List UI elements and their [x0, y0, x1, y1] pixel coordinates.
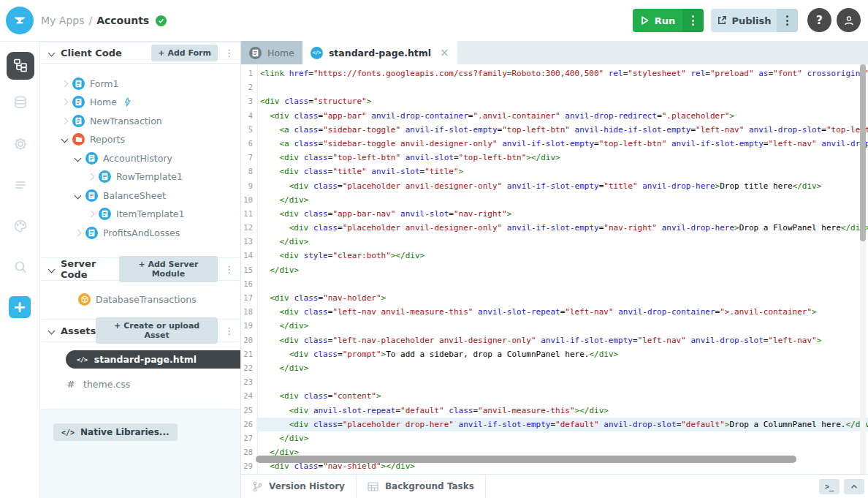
chevron-right-icon[interactable] — [75, 229, 82, 236]
code-text: <a class="sidebar-toggle" anvil-if-slot-… — [256, 123, 868, 137]
tree-item-Home[interactable]: Home — [40, 93, 240, 111]
code-line-22[interactable]: 22 </div> — [241, 361, 868, 375]
expand-panel-button[interactable] — [844, 479, 864, 494]
tree-item-AccountHistory[interactable]: AccountHistory — [40, 149, 240, 167]
rail-outline-icon[interactable] — [7, 171, 34, 199]
publish-button[interactable]: Publish — [711, 9, 798, 32]
kebab-icon[interactable]: ⋮ — [224, 48, 234, 58]
code-line-18[interactable]: 18 <div class="left-nav anvil-measure-th… — [241, 305, 868, 319]
chevron-down-icon[interactable] — [75, 192, 82, 199]
chevron-down-icon[interactable] — [48, 49, 56, 56]
code-line-12[interactable]: 12 <div class="placeholder anvil-designe… — [241, 221, 868, 235]
tab-standard-page.html[interactable]: </>standard-page.html× — [302, 41, 457, 64]
tree-item-label: ProfitsAndLosses — [103, 227, 180, 238]
kebab-icon[interactable]: ⋮ — [224, 265, 234, 274]
code-line-14[interactable]: 14 <div style="clear:both"></div> — [241, 249, 868, 263]
tree-item-ItemTemplate1[interactable]: ItemTemplate1 — [40, 205, 240, 223]
code-line-6[interactable]: 6 <a class="sidebar-toggle anvil-designe… — [241, 137, 868, 151]
tree-item-label: ItemTemplate1 — [116, 208, 184, 219]
kebab-icon[interactable]: ⋮ — [224, 326, 234, 336]
rail-theme-icon[interactable] — [7, 212, 34, 240]
vertical-scrollbar[interactable] — [860, 64, 866, 241]
form-icon — [99, 170, 111, 183]
code-line-15[interactable]: 15 </div> — [241, 263, 868, 277]
code-line-2[interactable]: 2 — [241, 80, 868, 94]
code-line-1[interactable]: 1<link href="https://fonts.googleapis.co… — [241, 67, 868, 80]
publish-menu-button[interactable] — [777, 9, 798, 32]
help-button[interactable]: ? — [807, 8, 831, 32]
chevron-down-icon[interactable] — [48, 327, 56, 334]
code-line-24[interactable]: 24 <div class="content"> — [241, 389, 868, 403]
tree-item-Form1[interactable]: Form1 — [40, 75, 240, 93]
play-icon — [640, 15, 650, 26]
rail-app-browser-icon[interactable] — [7, 52, 34, 80]
rail-search-icon[interactable] — [7, 253, 34, 281]
run-button[interactable]: Run — [633, 9, 704, 32]
rail-settings-icon[interactable] — [7, 130, 34, 158]
account-button[interactable] — [837, 8, 861, 32]
code-line-10[interactable]: 10 </div> — [241, 193, 868, 207]
asset-item-standard-page.html[interactable]: </>standard-page.html — [66, 350, 240, 369]
chevron-down-icon[interactable] — [48, 265, 56, 273]
code-line-20[interactable]: 20 <div class="left-nav-placeholder anvi… — [241, 333, 868, 347]
chevron-down-icon[interactable] — [75, 154, 82, 162]
chevron-right-icon[interactable] — [88, 173, 95, 181]
code-editor[interactable]: 1<link href="https://fonts.googleapis.co… — [241, 64, 868, 474]
run-button-main[interactable]: Run — [633, 9, 682, 32]
horizontal-scrollbar[interactable] — [256, 456, 796, 463]
code-line-9[interactable]: 9 <div class="placeholder anvil-designer… — [241, 179, 868, 193]
code-line-4[interactable]: 4 <div class="app-bar" anvil-drop-contai… — [241, 109, 868, 123]
chevron-down-icon[interactable] — [61, 136, 69, 143]
code-text: <div class="app-bar-nav" anvil-slot="nav… — [256, 207, 868, 221]
code-line-8[interactable]: 8 <div class="title" anvil-slot="title"> — [241, 165, 868, 178]
asset-item-label: theme.css — [83, 379, 130, 390]
add-server-module-button[interactable]: + Add Server Module — [119, 256, 218, 282]
chevron-right-icon[interactable] — [61, 117, 69, 124]
chevron-right-icon[interactable] — [61, 80, 69, 87]
code-line-7[interactable]: 7 <div class="top-left-btn" anvil-slot="… — [241, 151, 868, 165]
client-code-tree: Form1HomeNewTransactionReportsAccountHis… — [40, 64, 240, 257]
native-libraries-button[interactable]: </> Native Libraries... — [53, 423, 178, 441]
asset-item-theme.css[interactable]: #theme.css — [66, 375, 240, 393]
line-number: 14 — [241, 249, 256, 263]
publish-button-main[interactable]: Publish — [711, 9, 777, 32]
tree-item-ProfitsAndLosses[interactable]: ProfitsAndLosses — [40, 224, 240, 242]
line-number: 10 — [241, 193, 256, 207]
line-number: 26 — [241, 418, 256, 431]
code-line-26[interactable]: 26 <div class="placeholder drop-here" an… — [241, 418, 868, 431]
code-line-3[interactable]: 3<div class="structure"> — [241, 94, 868, 108]
chevron-right-icon[interactable] — [88, 211, 95, 218]
chevron-right-icon[interactable] — [61, 99, 69, 106]
tab-Home[interactable]: Home — [241, 41, 302, 64]
code-line-5[interactable]: 5 <a class="sidebar-toggle" anvil-if-slo… — [241, 123, 868, 137]
server-item-DatabaseTransactions[interactable]: DatabaseTransactions — [40, 290, 240, 309]
breadcrumb-my-apps[interactable]: My Apps — [41, 15, 84, 26]
line-number: 24 — [241, 389, 256, 403]
form-icon — [72, 115, 85, 127]
code-line-16[interactable]: 16 — [241, 277, 868, 291]
statusbar-Version History[interactable]: Version History — [241, 475, 357, 498]
anvil-logo-icon[interactable] — [6, 7, 34, 34]
tree-item-BalanceSheet[interactable]: BalanceSheet — [40, 186, 240, 205]
code-line-23[interactable]: 23 — [241, 375, 868, 389]
add-form-button[interactable]: + Add Form — [151, 45, 218, 61]
code-line-11[interactable]: 11 <div class="app-bar-nav" anvil-slot="… — [241, 207, 868, 221]
close-icon[interactable]: × — [440, 46, 449, 59]
rail-database-icon[interactable] — [7, 89, 34, 117]
code-line-19[interactable]: 19 </div> — [241, 319, 868, 333]
form-icon — [85, 227, 98, 239]
console-button[interactable]: >_ — [819, 479, 840, 494]
tree-item-RowTemplate1[interactable]: RowTemplate1 — [40, 167, 240, 186]
form-icon — [85, 152, 98, 165]
code-line-25[interactable]: 25 <div anvil-slot-repeat="default" clas… — [241, 404, 868, 418]
run-menu-button[interactable] — [682, 9, 704, 32]
statusbar-Background Tasks[interactable]: Background Tasks — [357, 475, 486, 498]
code-line-27[interactable]: 27 </div> — [241, 431, 868, 445]
tree-item-NewTransaction[interactable]: NewTransaction — [40, 112, 240, 130]
create-upload-asset-button[interactable]: + Create or upload Asset — [96, 317, 218, 344]
code-line-17[interactable]: 17 <div class="nav-holder"> — [241, 291, 868, 305]
tree-item-Reports[interactable]: Reports — [40, 130, 240, 148]
code-line-21[interactable]: 21 <div class="prompt">To add a sidebar,… — [241, 347, 868, 361]
code-line-13[interactable]: 13 </div> — [241, 235, 868, 249]
add-component-button[interactable]: + — [9, 296, 31, 318]
